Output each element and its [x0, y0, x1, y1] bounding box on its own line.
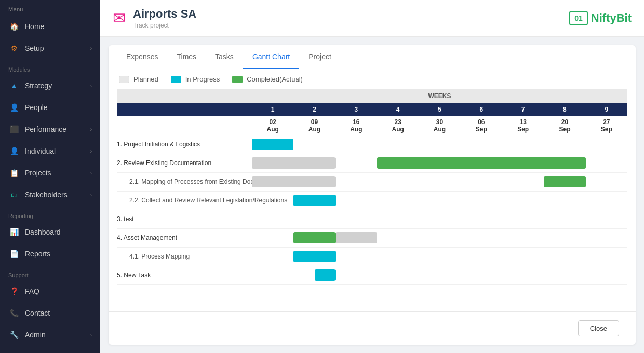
sidebar-item-label: FAQ — [25, 287, 39, 295]
chevron-right-icon: › — [90, 46, 92, 51]
legend-completed: Completed(Actual) — [232, 75, 303, 83]
page-subtitle: Track project — [133, 22, 196, 29]
sidebar-item-label: Reports — [25, 250, 50, 258]
sidebar-item-people[interactable]: 👤 People — [0, 97, 100, 118]
week-num-3: 3 — [336, 103, 377, 116]
gantt-bars-cell — [252, 154, 627, 172]
planned-swatch — [119, 76, 129, 83]
footer-row: Close — [109, 311, 636, 345]
task-row: 2. Review Existing Documentation — [117, 154, 627, 172]
legend-planned: Planned — [119, 75, 158, 83]
sidebar-item-label: People — [25, 103, 48, 112]
project-icon: ✉ — [113, 10, 126, 26]
gantt-bars-cell — [252, 228, 627, 247]
sidebar-item-label: Admin — [25, 331, 46, 339]
logo-text: NiftyBit — [591, 11, 632, 25]
sidebar-item-projects[interactable]: 📋 Projects › — [0, 162, 100, 184]
sidebar-item-label: Setup — [25, 44, 44, 52]
week-date-5: 30Aug — [419, 116, 460, 135]
gantt-bar — [293, 251, 335, 262]
sidebar-item-dashboard[interactable]: 📊 Dashboard — [0, 221, 100, 243]
close-button[interactable]: Close — [578, 320, 619, 336]
header-info: Airports SA Track project — [133, 7, 196, 29]
sidebar-item-label: Projects — [25, 169, 51, 177]
completed-swatch — [232, 76, 243, 83]
chevron-right-icon: › — [90, 148, 92, 154]
reporting-label: Reporting — [0, 206, 100, 221]
week-date-3: 16Aug — [336, 116, 377, 135]
inprogress-label: In Progress — [185, 75, 220, 83]
sidebar-item-label: Contact — [25, 309, 50, 317]
sidebar-item-strategy[interactable]: ▲ Strategy › — [0, 75, 100, 97]
sidebar-item-label: Home — [25, 22, 44, 31]
task-row: 3. test — [117, 210, 627, 228]
faq-icon: ❓ — [8, 286, 20, 297]
week-date-1: 02Aug — [252, 116, 293, 135]
task-name: 4.1. Process Mapping — [117, 247, 252, 266]
sidebar-item-admin[interactable]: 🔧 Admin › — [0, 324, 100, 346]
sidebar-item-label: Stakeholders — [25, 191, 68, 199]
task-row: 2.1. Mapping of Processes from Existing … — [117, 172, 627, 191]
tab-gantt[interactable]: Gantt Chart — [243, 45, 299, 69]
contact-icon: 📞 — [8, 307, 20, 319]
gantt-bars-cell — [252, 247, 627, 266]
gantt-bar — [377, 157, 586, 169]
task-name: 5. New Task — [117, 266, 252, 284]
projects-icon: 📋 — [8, 167, 20, 179]
week-num-2: 2 — [293, 103, 335, 116]
modules-label: Modules — [0, 59, 100, 75]
sidebar-item-contact[interactable]: 📞 Contact — [0, 302, 100, 324]
gantt-legend: Planned In Progress Completed(Actual) — [109, 69, 636, 89]
weeks-header: WEEKS — [252, 89, 627, 103]
sidebar-item-home[interactable]: 🏠 Home — [0, 16, 100, 37]
task-row: 5. New Task — [117, 266, 627, 284]
main-card: Expenses Times Tasks Gantt Chart Project… — [109, 45, 636, 345]
dashboard-icon: 📊 — [8, 226, 20, 238]
sidebar-item-individual[interactable]: 👤 Individual › — [0, 140, 100, 162]
gantt-bar — [252, 157, 336, 169]
sidebar-item-faq[interactable]: ❓ FAQ — [0, 280, 100, 302]
logo-box: 01 — [569, 11, 588, 25]
gantt-bar — [252, 176, 336, 187]
sidebar-item-reports[interactable]: 📄 Reports — [0, 243, 100, 265]
reports-icon: 📄 — [8, 248, 20, 260]
week-num-6: 6 — [461, 103, 502, 116]
tab-tasks[interactable]: Tasks — [206, 45, 243, 69]
stakeholders-icon: 🗂 — [8, 189, 20, 200]
planned-label: Planned — [133, 75, 158, 83]
task-name: 2.2. Collect and Review Relevant Legisla… — [117, 191, 252, 210]
week-num-4: 4 — [377, 103, 419, 116]
main-content: ✉ Airports SA Track project 01 NiftyBit … — [100, 0, 644, 353]
week-date-7: 13Sep — [502, 116, 544, 135]
tab-project[interactable]: Project — [299, 45, 341, 69]
task-row: 1. Project Initiation & Logistics — [117, 135, 627, 154]
admin-icon: 🔧 — [8, 329, 20, 341]
gantt-bars-cell — [252, 210, 627, 228]
gantt-bar — [293, 195, 335, 206]
tab-expenses[interactable]: Expenses — [117, 45, 167, 69]
completed-label: Completed(Actual) — [247, 75, 303, 83]
chevron-right-icon: › — [90, 332, 92, 338]
header-left: ✉ Airports SA Track project — [113, 7, 196, 29]
sidebar-item-label: Performance — [25, 125, 66, 133]
task-name: 2.1. Mapping of Processes from Existing … — [117, 172, 252, 191]
logo: 01 NiftyBit — [569, 11, 632, 25]
performance-icon: ⬛ — [8, 124, 20, 135]
task-row: 2.2. Collect and Review Relevant Legisla… — [117, 191, 627, 210]
task-name: 4. Asset Management — [117, 228, 252, 247]
gantt-bars-cell — [252, 191, 627, 210]
sidebar-item-performance[interactable]: ⬛ Performance › — [0, 118, 100, 140]
chevron-right-icon: › — [90, 83, 92, 89]
task-name: 3. test — [117, 210, 252, 228]
sidebar-item-setup[interactable]: ⚙ Setup › — [0, 37, 100, 59]
support-label: Support — [0, 265, 100, 280]
task-name: 2. Review Existing Documentation — [117, 154, 252, 172]
week-date-6: 06Sep — [461, 116, 502, 135]
setup-icon: ⚙ — [8, 43, 20, 54]
task-row: 4.1. Process Mapping — [117, 247, 627, 266]
legend-inprogress: In Progress — [171, 75, 220, 83]
task-row: 4. Asset Management — [117, 228, 627, 247]
sidebar-item-stakeholders[interactable]: 🗂 Stakeholders › — [0, 184, 100, 206]
tab-times[interactable]: Times — [167, 45, 206, 69]
gantt-bar — [544, 176, 585, 187]
